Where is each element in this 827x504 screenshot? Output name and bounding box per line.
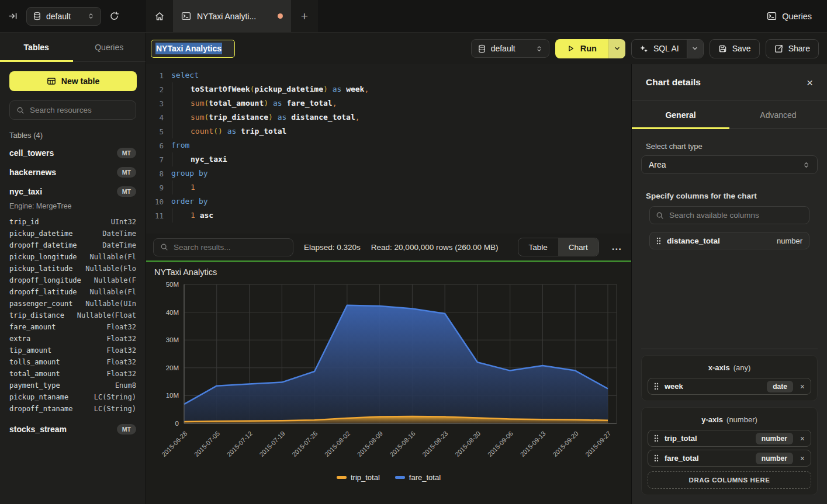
legend-item-fare-total[interactable]: fare_total	[395, 473, 441, 482]
code-line: 7nyc_taxi	[146, 152, 631, 166]
svg-text:2015-08-23: 2015-08-23	[421, 430, 449, 458]
y-axis-column-fare-total[interactable]: fare_total number ×	[648, 450, 811, 467]
axis-column-name: trip_total	[665, 434, 750, 443]
database-selector[interactable]: default	[26, 7, 101, 26]
schema-column-row: extraFloat32	[9, 333, 136, 345]
tab-advanced[interactable]: Advanced	[729, 101, 827, 128]
x-axis-section: x-axis(any) week date ×	[641, 355, 818, 401]
column-name: distance_total	[667, 237, 771, 245]
schema-column-row: tolls_amountFloat32	[9, 356, 136, 368]
close-icon[interactable]: ×	[807, 77, 813, 88]
table-icon	[47, 77, 56, 86]
share-button[interactable]: Share	[766, 39, 819, 58]
svg-text:2015-08-16: 2015-08-16	[389, 430, 417, 458]
svg-text:2015-08-09: 2015-08-09	[356, 430, 384, 458]
save-button[interactable]: Save	[710, 39, 760, 58]
queries-button[interactable]: Queries	[767, 11, 812, 21]
query-database-selector[interactable]: default	[471, 39, 549, 58]
table-row-stocks-stream[interactable]: stocks_stream MT	[0, 419, 146, 439]
sql-ai-button-group: SQL AI	[631, 39, 704, 58]
database-icon	[477, 44, 486, 53]
y-axis-label: y-axis	[701, 415, 723, 424]
schema-column-row: payment_typeEnum8	[9, 380, 136, 391]
view-toggle: Table Chart	[518, 238, 599, 256]
svg-text:2015-08-30: 2015-08-30	[454, 430, 482, 458]
more-options-button[interactable]: ...	[610, 241, 624, 253]
tab-queries[interactable]: Queries	[73, 33, 146, 61]
search-icon	[656, 211, 664, 220]
database-icon	[33, 12, 41, 20]
sql-ai-options-button[interactable]	[687, 40, 703, 58]
schema-column-row: tip_amountFloat32	[9, 345, 136, 356]
sql-editor[interactable]: 1select2toStartOfWeek(pickup_datetime) a…	[146, 64, 631, 234]
chart-details-title: Chart details	[646, 77, 807, 88]
query-title-selected-text: NYTaxi Analytics	[155, 43, 222, 54]
code-line: 10order by	[146, 194, 631, 208]
collapse-sidebar-icon[interactable]	[8, 11, 18, 21]
tab-nytaxi-analytics[interactable]: NYTaxi Analyti...	[173, 0, 291, 32]
chart-type-value: Area	[649, 160, 802, 169]
schema-column-row: total_amountFloat32	[9, 368, 136, 380]
y-axis-column-trip-total[interactable]: trip_total number ×	[648, 430, 811, 447]
drag-handle-icon[interactable]	[654, 383, 659, 390]
save-icon	[718, 44, 727, 53]
schema-column-row: dropoff_ntanameLC(String)	[9, 403, 136, 415]
remove-icon[interactable]: ×	[800, 434, 805, 443]
chart-type-select[interactable]: Area	[641, 155, 818, 174]
query-terminal-icon	[181, 11, 191, 21]
y-axis-heading: y-axis(number)	[648, 415, 811, 424]
legend-swatch	[395, 476, 405, 479]
table-name: stocks_stream	[9, 425, 117, 434]
database-selector-value: default	[46, 12, 71, 21]
legend-label: fare_total	[409, 473, 441, 482]
table-row-cell-towers[interactable]: cell_towers MT	[0, 143, 146, 162]
view-toggle-chart[interactable]: Chart	[558, 238, 598, 256]
svg-text:40M: 40M	[166, 309, 179, 316]
query-title-input[interactable]: NYTaxi Analytics	[151, 40, 235, 58]
drag-handle-icon[interactable]	[654, 454, 659, 462]
sql-ai-button[interactable]: SQL AI	[632, 40, 687, 58]
svg-text:2015-08-02: 2015-08-02	[323, 430, 351, 458]
area-chart[interactable]: 010M20M30M40M50M2015-06-282015-07-052015…	[146, 262, 631, 504]
drag-handle-icon[interactable]	[656, 237, 661, 245]
y-axis-labels: 010M20M30M40M50M	[166, 281, 179, 427]
drag-columns-drop-zone[interactable]: DRAG COLUMNS HERE	[648, 471, 811, 489]
schema-column-row: dropoff_longitudeNullable(F	[9, 274, 136, 286]
specify-columns-label: Specify columns for the chart	[646, 192, 813, 200]
chart-panel: 010M20M30M40M50M2015-06-282015-07-052015…	[146, 262, 631, 504]
tab-title: NYTaxi Analyti...	[197, 12, 272, 21]
sidebar-search-input[interactable]: Search resources	[9, 100, 136, 120]
updown-chevron-icon	[535, 45, 543, 53]
run-button[interactable]: Run	[555, 39, 608, 58]
table-engine-label: Engine: MergeTree	[0, 201, 146, 215]
tab-tables[interactable]: Tables	[0, 33, 73, 61]
remove-icon[interactable]: ×	[800, 454, 805, 463]
view-toggle-table[interactable]: Table	[518, 238, 558, 256]
available-column-distance-total[interactable]: distance_total number	[649, 232, 809, 249]
svg-text:2015-06-28: 2015-06-28	[160, 430, 188, 458]
refresh-icon[interactable]	[109, 11, 119, 21]
chart-legend: trip_total fare_total	[146, 473, 631, 482]
run-options-button[interactable]	[608, 39, 625, 58]
results-search-input[interactable]: Search results...	[153, 238, 293, 256]
columns-search-input[interactable]: Search available columns	[649, 206, 809, 224]
x-axis-column-week[interactable]: week date ×	[648, 378, 811, 395]
y-axis-section: y-axis(number) trip_total number × fare_…	[641, 407, 818, 495]
table-row-hackernews[interactable]: hackernews MT	[0, 162, 146, 182]
new-table-button[interactable]: New table	[9, 71, 137, 91]
new-tab-button[interactable]: +	[291, 0, 318, 32]
type-badge: date	[767, 381, 793, 392]
sidebar-search-placeholder: Search resources	[30, 106, 92, 114]
drag-handle-icon[interactable]	[654, 435, 659, 442]
search-icon	[160, 243, 168, 251]
table-row-nyc-taxi[interactable]: nyc_taxi MT	[0, 182, 146, 201]
y-axis-hint: (number)	[726, 415, 757, 424]
legend-item-trip-total[interactable]: trip_total	[337, 473, 380, 482]
tab-general[interactable]: General	[632, 101, 729, 128]
remove-icon[interactable]: ×	[800, 382, 805, 391]
save-button-label: Save	[732, 44, 751, 53]
home-button[interactable]	[146, 0, 173, 32]
x-axis-heading: x-axis(any)	[648, 363, 811, 372]
schema-column-row: pickup_datetimeDateTime	[9, 228, 136, 239]
table-name: hackernews	[9, 168, 117, 177]
